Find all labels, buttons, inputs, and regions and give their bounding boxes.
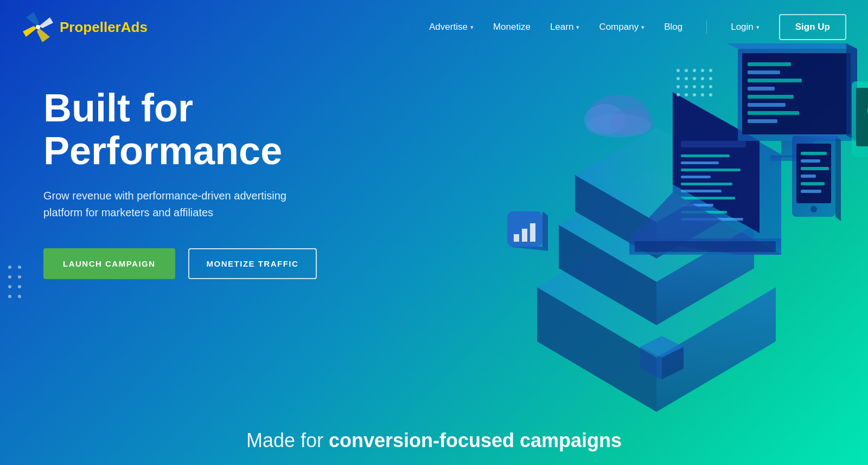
- svg-rect-45: [801, 175, 816, 178]
- svg-point-87: [701, 93, 704, 96]
- hero-section: PropellerAds Advertise ▾ Monetize Learn …: [0, 0, 868, 465]
- svg-rect-28: [748, 62, 791, 66]
- logo-icon: [22, 11, 54, 43]
- monetize-traffic-button[interactable]: MONETIZE TRAFFIC: [188, 248, 317, 279]
- svg-point-76: [693, 77, 696, 80]
- launch-campaign-button[interactable]: LAUNCH CAMPAIGN: [43, 248, 175, 279]
- svg-rect-18: [681, 197, 735, 199]
- svg-rect-12: [681, 154, 730, 157]
- chevron-down-icon: ▾: [756, 24, 760, 31]
- svg-point-74: [676, 77, 680, 80]
- hero-buttons: LAUNCH CAMPAIGN MONETIZE TRAFFIC: [43, 248, 317, 279]
- svg-rect-30: [748, 79, 802, 82]
- nav-advertise[interactable]: Advertise ▾: [429, 22, 474, 33]
- svg-point-73: [709, 69, 712, 72]
- svg-rect-17: [681, 190, 722, 192]
- svg-marker-49: [835, 135, 841, 221]
- svg-point-79: [676, 85, 680, 88]
- svg-rect-63: [530, 223, 535, 242]
- svg-point-80: [685, 85, 688, 88]
- svg-marker-65: [507, 247, 548, 251]
- svg-point-81: [693, 85, 696, 88]
- chevron-down-icon: ▾: [576, 24, 579, 31]
- svg-point-78: [709, 77, 712, 80]
- svg-rect-33: [748, 103, 786, 107]
- svg-rect-46: [801, 182, 825, 185]
- hero-content: Built for Performance Grow revenue with …: [43, 87, 317, 279]
- nav-monetize[interactable]: Monetize: [493, 22, 531, 33]
- hero-title: Built for Performance: [43, 87, 317, 172]
- hero-subtitle: Grow revenue with performance-driven adv…: [43, 188, 317, 221]
- svg-point-59: [586, 114, 651, 138]
- nav-learn[interactable]: Learn ▾: [550, 22, 579, 33]
- svg-point-77: [701, 77, 704, 80]
- signup-button[interactable]: Sign Up: [779, 14, 846, 40]
- nav-login[interactable]: Login ▾: [731, 22, 760, 33]
- svg-point-71: [693, 69, 696, 72]
- svg-point-69: [676, 69, 680, 72]
- svg-rect-61: [514, 234, 519, 242]
- svg-rect-44: [801, 167, 829, 170]
- svg-rect-15: [681, 176, 711, 178]
- svg-rect-52: [856, 88, 868, 146]
- svg-rect-62: [522, 229, 527, 242]
- svg-rect-32: [748, 95, 794, 99]
- svg-point-84: [676, 93, 680, 96]
- main-nav: Advertise ▾ Monetize Learn ▾ Company ▾ B…: [429, 14, 846, 40]
- svg-point-48: [810, 206, 817, 212]
- svg-point-88: [709, 93, 712, 96]
- svg-point-85: [685, 93, 688, 96]
- decorative-dots: [7, 264, 23, 300]
- nav-blog[interactable]: Blog: [664, 22, 682, 33]
- svg-rect-29: [748, 70, 780, 74]
- logo-text: PropellerAds: [60, 19, 148, 36]
- svg-rect-47: [801, 190, 821, 193]
- nav-divider: [706, 21, 707, 34]
- svg-point-72: [701, 69, 704, 72]
- svg-rect-31: [748, 87, 775, 91]
- svg-rect-35: [748, 119, 777, 123]
- svg-point-86: [693, 93, 696, 96]
- logo[interactable]: PropellerAds: [22, 11, 148, 43]
- svg-rect-13: [681, 162, 719, 164]
- svg-marker-64: [542, 211, 548, 251]
- nav-company[interactable]: Company ▾: [599, 22, 644, 33]
- svg-rect-42: [801, 152, 827, 155]
- hero-illustration: [412, 27, 868, 434]
- svg-point-82: [701, 85, 704, 88]
- svg-rect-16: [681, 183, 732, 185]
- svg-point-0: [36, 25, 40, 29]
- svg-rect-25: [635, 241, 776, 252]
- bottom-tagline: Made for conversion-focused campaigns: [0, 429, 868, 452]
- chevron-down-icon: ▾: [470, 24, 474, 31]
- svg-point-83: [709, 85, 712, 88]
- svg-rect-14: [681, 169, 741, 171]
- svg-point-70: [685, 69, 688, 72]
- svg-point-75: [685, 77, 688, 80]
- svg-rect-34: [748, 111, 799, 115]
- svg-rect-22: [681, 141, 746, 147]
- chevron-down-icon: ▾: [641, 24, 644, 31]
- svg-rect-43: [801, 159, 820, 163]
- header: PropellerAds Advertise ▾ Monetize Learn …: [0, 0, 868, 54]
